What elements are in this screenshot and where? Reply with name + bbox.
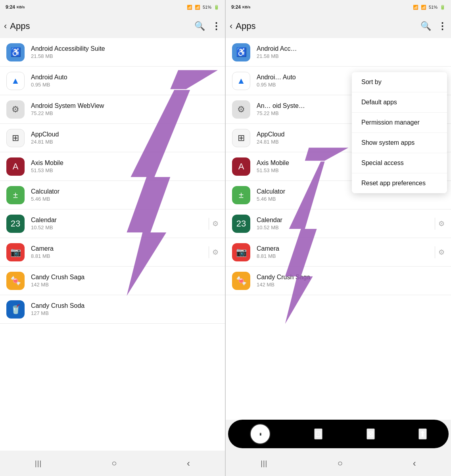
left-page-title: Apps — [10, 21, 30, 31]
app-size: 142 MB — [31, 282, 219, 288]
dropdown-menu-item[interactable]: Permission manager — [352, 113, 447, 133]
app-icon: 23 — [232, 215, 250, 233]
app-info: Android System WebView75.22 MB — [31, 102, 219, 116]
settings-divider — [209, 218, 209, 230]
thumbnail-preview[interactable]: 📱 — [250, 424, 271, 444]
settings-divider — [435, 218, 435, 230]
app-icon: 23 — [6, 215, 25, 233]
left-status-bar: 9:24 KB/s 📶 📶 51% 🔋 — [0, 0, 225, 14]
screenshot-icon: ⊡ — [315, 430, 322, 438]
right-status-time: 9:24 KB/s — [231, 4, 251, 10]
app-name: Calendar — [257, 217, 435, 224]
app-size: 24.81 MB — [31, 139, 219, 145]
app-name: Android Acc… — [257, 45, 445, 52]
left-app-list: ♿Android Accessibility Suite21.58 MB▲And… — [0, 38, 225, 451]
app-list-item[interactable]: ±Calculator5.46 MB — [0, 181, 225, 209]
right-dropdown-menu: Sort byDefault appsPermission managerSho… — [352, 72, 447, 193]
dropdown-menu-item[interactable]: Show system apps — [352, 133, 447, 153]
app-size: 8.81 MB — [31, 253, 209, 259]
left-nav-home[interactable]: ○ — [111, 458, 117, 468]
settings-divider — [435, 246, 435, 258]
dropdown-menu-item[interactable]: Sort by — [352, 72, 447, 92]
app-list-item[interactable]: ♿Android Accessibility Suite21.58 MB — [0, 38, 225, 67]
left-search-button[interactable]: 🔍 — [194, 21, 205, 31]
right-back-button[interactable]: ‹ Apps — [230, 21, 255, 31]
app-list-item[interactable]: ⊞AppCloud24.81 MB — [0, 124, 225, 152]
app-info: Camera8.81 MB — [31, 245, 209, 259]
right-page-title: Apps — [236, 21, 255, 31]
left-back-button[interactable]: ‹ Apps — [4, 21, 30, 31]
right-nav-home[interactable]: ○ — [338, 458, 343, 468]
dropdown-menu-item[interactable]: Default apps — [352, 92, 447, 113]
app-size: 21.58 MB — [31, 53, 219, 59]
app-list-item[interactable]: 23Calendar10.52 MB⚙ — [0, 209, 225, 238]
app-list-item[interactable]: ▲Android Auto0.95 MB — [0, 67, 225, 95]
gear-icon[interactable]: ⚙ — [438, 219, 445, 228]
app-icon: 📷 — [6, 243, 25, 261]
app-list-item[interactable]: 🍬Candy Crush Saga142 MB — [0, 267, 225, 295]
dropdown-menu-item[interactable]: Special access — [352, 153, 447, 173]
app-name: Candy Crush Saga — [257, 274, 445, 281]
right-phone-panel: 9:24 KB/s 📶 📶 51% 🔋 ‹ Apps 🔍 ⋮ — [226, 0, 451, 476]
app-name: Axis Mobile — [31, 159, 219, 167]
right-nav-recent[interactable]: ||| — [261, 459, 267, 468]
left-nav-back[interactable]: ‹ — [187, 458, 190, 469]
app-list-item[interactable]: AAxis Mobile51.53 MB — [0, 152, 225, 181]
app-list-item[interactable]: 🥤Candy Crush Soda127 MB — [0, 295, 225, 324]
right-status-right: 📶 📶 51% 🔋 — [413, 5, 445, 10]
app-icon: ⊞ — [6, 129, 25, 147]
app-info: Camera8.81 MB — [257, 245, 435, 259]
screenshot-button[interactable]: ⊡ — [314, 428, 322, 440]
app-icon: ⚙ — [6, 100, 25, 119]
gear-icon[interactable]: ⚙ — [438, 248, 445, 257]
app-list-item[interactable]: ⚙Android System WebView75.22 MB — [0, 95, 225, 124]
right-search-button[interactable]: 🔍 — [420, 21, 431, 31]
gear-icon[interactable]: ⚙ — [212, 248, 219, 257]
app-settings: ⚙ — [435, 246, 445, 258]
right-search-icon: 🔍 — [420, 21, 431, 31]
app-icon: ± — [6, 186, 25, 204]
app-info: Candy Crush Saga142 MB — [257, 274, 445, 288]
app-name: Candy Crush Soda — [31, 302, 219, 309]
app-icon: ⚙ — [232, 100, 250, 119]
app-info: Candy Crush Soda127 MB — [31, 302, 219, 316]
app-list-item[interactable]: 📷Camera8.81 MB⚙ — [0, 238, 225, 267]
app-size: 0.95 MB — [31, 82, 219, 88]
right-nav-back[interactable]: ‹ — [413, 458, 416, 469]
app-icon: ± — [232, 186, 250, 204]
crop-button[interactable]: ⊠ — [367, 428, 375, 440]
share-button[interactable]: ⬆ — [418, 428, 427, 440]
app-size: 10.52 MB — [257, 225, 435, 230]
left-top-actions: 🔍 ⋮ — [194, 21, 221, 32]
left-app-items-container: ♿Android Accessibility Suite21.58 MB▲And… — [0, 38, 225, 324]
app-name: Android System WebView — [31, 102, 219, 109]
app-size: 5.46 MB — [31, 196, 219, 202]
share-icon: ⬆ — [419, 430, 426, 438]
app-size: 8.81 MB — [257, 253, 435, 259]
left-nav-recent[interactable]: ||| — [35, 459, 42, 468]
right-more-icon: ⋮ — [438, 21, 447, 31]
app-size: 142 MB — [257, 282, 445, 288]
left-nav-bar: ||| ○ ‹ — [0, 451, 225, 476]
app-size: 127 MB — [31, 310, 219, 316]
app-info: Axis Mobile51.53 MB — [31, 159, 219, 173]
app-icon: ▲ — [232, 72, 250, 90]
app-list-item[interactable]: 📷Camera8.81 MB⚙ — [226, 238, 451, 267]
app-info: Android Auto0.95 MB — [31, 74, 219, 88]
right-more-button[interactable]: ⋮ — [438, 21, 447, 32]
app-info: AppCloud24.81 MB — [31, 131, 219, 145]
app-name: Calendar — [31, 217, 209, 224]
app-list-item[interactable]: 🍬Candy Crush Saga142 MB — [226, 267, 451, 295]
app-name: Camera — [257, 245, 435, 252]
app-list-item[interactable]: ♿Android Acc…21.58 MB — [226, 38, 451, 67]
left-status-right: 📶 📶 51% 🔋 — [187, 5, 219, 10]
app-name: Android Accessibility Suite — [31, 45, 219, 52]
left-more-button[interactable]: ⋮ — [211, 21, 221, 32]
dropdown-menu-item[interactable]: Reset app preferences — [352, 173, 447, 193]
app-settings: ⚙ — [209, 246, 219, 258]
app-name: Android Auto — [31, 74, 219, 81]
app-list-item[interactable]: 23Calendar10.52 MB⚙ — [226, 209, 451, 238]
gear-icon[interactable]: ⚙ — [212, 219, 219, 228]
left-more-icon: ⋮ — [211, 21, 221, 31]
right-nav-bar: ||| ○ ‹ — [226, 451, 451, 476]
